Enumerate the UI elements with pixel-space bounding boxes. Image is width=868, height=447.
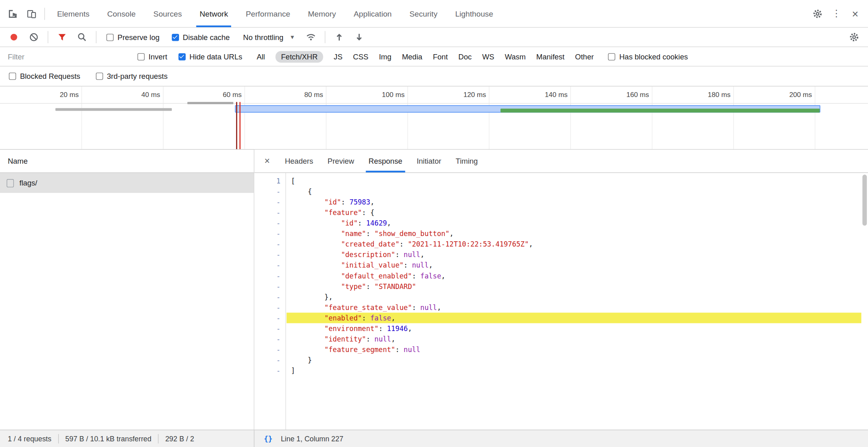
status-bar: 1 / 4 requests 597 B / 10.1 kB transferr…	[0, 430, 868, 447]
export-har-icon[interactable]	[350, 29, 369, 45]
tab-application[interactable]: Application	[345, 0, 400, 27]
code-line: },	[287, 291, 861, 302]
waterfall-bar-green	[501, 109, 820, 112]
blocked-requests-label: Blocked Requests	[20, 72, 80, 80]
code-line: "description": null,	[287, 249, 861, 260]
timeline-gridline	[163, 86, 163, 149]
network-content: Name flags/ × Headers Preview Response I…	[0, 150, 868, 430]
hide-data-urls-checkbox[interactable]: Hide data URLs	[178, 53, 242, 61]
tab-performance[interactable]: Performance	[237, 0, 299, 27]
filter-type-img[interactable]: Img	[379, 53, 392, 61]
filter-type-manifest[interactable]: Manifest	[536, 53, 565, 61]
has-blocked-cookies-checkbox[interactable]: Has blocked cookies	[608, 53, 688, 61]
requests-summary: 1 / 4 requests	[8, 434, 51, 443]
timeline-gridline	[407, 86, 408, 149]
scrollbar-thumb[interactable]	[862, 175, 867, 226]
third-party-requests-checkbox[interactable]: 3rd-party requests	[96, 72, 168, 80]
disable-cache-checkbox[interactable]: Disable cache	[172, 33, 230, 42]
response-viewer: 1------------------ [ { "id": 75983, "fe…	[255, 173, 868, 430]
event-marker-load	[239, 102, 240, 149]
more-options-icon[interactable]: ⋮	[827, 5, 846, 22]
tab-security[interactable]: Security	[400, 0, 446, 27]
invert-checkbox[interactable]: Invert	[137, 53, 167, 61]
gutter-line-marker: -	[255, 207, 286, 218]
tab-memory[interactable]: Memory	[299, 0, 345, 27]
clear-network-log-icon[interactable]	[24, 29, 43, 45]
gutter-line-marker: 1	[255, 176, 286, 186]
settings-gear-icon[interactable]	[808, 5, 827, 22]
invert-label: Invert	[149, 53, 167, 61]
gutter-line-marker: -	[255, 323, 286, 334]
timeline-tick-label: 140 ms	[531, 91, 567, 99]
gutter-line-marker: -	[255, 239, 286, 249]
tab-initiator[interactable]: Initiator	[409, 150, 448, 172]
tab-network[interactable]: Network	[191, 0, 237, 27]
network-conditions-icon[interactable]	[302, 29, 321, 45]
gutter-line-marker: -	[255, 218, 286, 228]
timeline-gridline	[815, 86, 815, 149]
blocked-requests-checkbox[interactable]: Blocked Requests	[9, 72, 80, 80]
filter-type-js[interactable]: JS	[334, 53, 343, 61]
tab-sources[interactable]: Sources	[145, 0, 191, 27]
filter-input[interactable]	[4, 50, 132, 63]
filter-funnel-icon[interactable]	[53, 29, 72, 45]
timeline-overview[interactable]: 20 ms 40 ms 60 ms 80 ms 100 ms 120 ms 14…	[0, 86, 868, 150]
gutter-line-marker: -	[255, 365, 286, 376]
close-devtools-icon[interactable]: ×	[846, 5, 865, 22]
code-line: "feature_segment": null	[287, 344, 861, 355]
hide-data-urls-label: Hide data URLs	[190, 53, 242, 61]
search-icon[interactable]	[73, 29, 92, 45]
code-line: [	[287, 176, 861, 186]
code-line: "id": 14629,	[287, 218, 861, 228]
throttling-select[interactable]: No throttling ▾	[243, 33, 294, 42]
network-settings-gear-icon[interactable]	[845, 29, 864, 45]
record-network-log-icon[interactable]	[4, 29, 23, 45]
filter-type-fetch-xhr[interactable]: Fetch/XHR	[276, 51, 323, 63]
filter-type-font[interactable]: Font	[433, 53, 448, 61]
gutter-line-marker: -	[255, 302, 286, 313]
filter-type-css[interactable]: CSS	[353, 53, 369, 61]
filter-type-all[interactable]: All	[257, 53, 265, 61]
filter-type-ws[interactable]: WS	[482, 53, 494, 61]
gutter-line-marker: -	[255, 334, 286, 344]
tab-lighthouse[interactable]: Lighthouse	[446, 0, 502, 27]
code-line: "environment": 11946,	[287, 323, 861, 334]
filter-type-wasm[interactable]: Wasm	[505, 53, 526, 61]
inspect-element-icon[interactable]	[3, 5, 22, 22]
request-row-flags[interactable]: flags/	[0, 173, 254, 193]
request-type-filters: All Fetch/XHR JS CSS Img Media Font Doc …	[257, 51, 594, 63]
source-status-bar: {} Line 1, Column 227	[255, 430, 868, 447]
filter-type-other[interactable]: Other	[575, 53, 594, 61]
gutter-line-marker: -	[255, 186, 286, 197]
pretty-print-icon[interactable]: {}	[264, 434, 272, 443]
preserve-log-checkbox[interactable]: Preserve log	[106, 33, 159, 42]
device-toolbar-icon[interactable]	[22, 5, 41, 22]
gutter-line-marker: -	[255, 270, 286, 281]
tab-response[interactable]: Response	[361, 150, 409, 172]
code-line: "default_enabled": false,	[287, 270, 861, 281]
transferred-summary: 597 B / 10.1 kB transferred	[65, 434, 152, 443]
toolbar-divider	[48, 31, 48, 43]
timeline-gridline	[326, 86, 327, 149]
import-har-icon[interactable]	[330, 29, 349, 45]
timeline-tick-label: 180 ms	[695, 91, 731, 99]
code-line: "id": 75983,	[287, 197, 861, 207]
toolbar-divider	[325, 31, 325, 43]
request-detail-panel: × Headers Preview Response Initiator Tim…	[255, 150, 868, 430]
filter-type-doc[interactable]: Doc	[458, 53, 472, 61]
tab-preview[interactable]: Preview	[320, 150, 362, 172]
code-line: "feature_state_value": null,	[287, 302, 861, 313]
tab-console[interactable]: Console	[98, 0, 144, 27]
requests-panel: Name flags/	[0, 150, 255, 430]
timeline-tick-label: 60 ms	[206, 91, 242, 99]
waterfall-gray-bar-1	[55, 108, 172, 111]
close-detail-icon[interactable]: ×	[257, 156, 278, 167]
tab-timing[interactable]: Timing	[449, 150, 485, 172]
tab-elements[interactable]: Elements	[48, 0, 98, 27]
filter-type-media[interactable]: Media	[402, 53, 422, 61]
name-column-header[interactable]: Name	[0, 150, 254, 173]
tab-headers[interactable]: Headers	[278, 150, 320, 172]
scrollbar[interactable]	[861, 173, 868, 430]
checkbox-box	[9, 73, 16, 80]
code-line: {	[287, 186, 861, 197]
